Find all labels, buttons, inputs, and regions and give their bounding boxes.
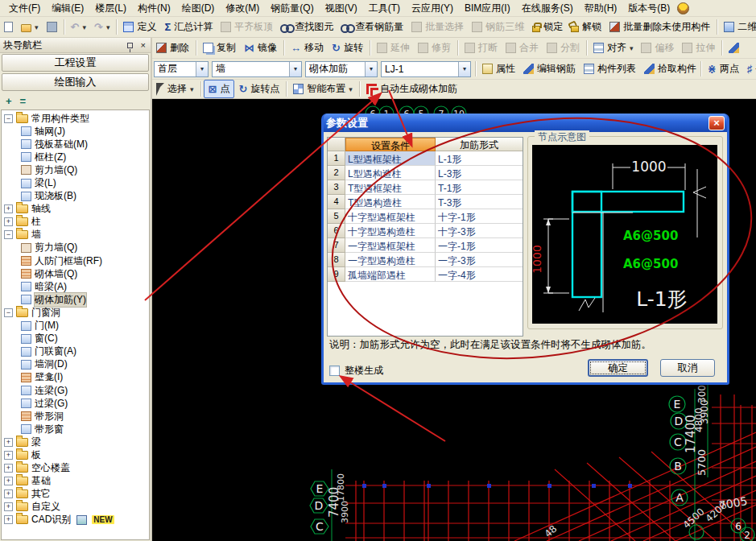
whole-building-checkbox[interactable] (329, 365, 340, 376)
chevron-down-icon[interactable]: ▾ (196, 62, 208, 76)
move-button[interactable]: ↔移动 (287, 39, 328, 56)
pin-icon[interactable] (127, 43, 133, 48)
menu-file[interactable]: 文件(F) (3, 0, 46, 17)
tree-item-door[interactable]: 门(M) (2, 320, 149, 332)
expand-icon[interactable] (4, 515, 13, 524)
table-row[interactable]: 4T型遇构造柱T-3形 (328, 195, 523, 209)
tree-folder-common[interactable]: 常用构件类型 (2, 112, 149, 125)
cancel-button[interactable]: 取消 (660, 359, 715, 377)
offset-button[interactable]: 偏移 (637, 39, 678, 56)
tree-folder-openings[interactable]: 门窗洞 (2, 306, 149, 319)
align-slab-top-button[interactable]: 平齐板顶 (217, 19, 277, 35)
rotate-point-button[interactable]: ↻旋转点 (234, 81, 283, 97)
expand-all-icon[interactable]: + (6, 95, 12, 107)
mirror-button[interactable]: ⋈镜像 (240, 39, 281, 56)
smart-layout-button[interactable]: 智能布置▾ (289, 81, 357, 97)
redo-button[interactable]: ↷▾ (90, 20, 114, 34)
expand-icon[interactable] (4, 451, 13, 460)
tree-item-window[interactable]: 窗(C) (2, 332, 149, 345)
view-2d-button[interactable]: 二维 (720, 19, 756, 35)
point-tool-button[interactable]: ⊠点 (204, 80, 235, 98)
open-button[interactable]: ▾ (17, 21, 43, 34)
draw-input-button[interactable]: 绘图输入 (2, 73, 149, 91)
align-button[interactable]: 对齐▾ (589, 39, 638, 56)
expand-icon[interactable] (4, 489, 13, 498)
rebar-3d-button[interactable]: 钢筋三维 (468, 19, 528, 35)
tree-item-hidden-beam[interactable]: 暗梁(A) (2, 280, 149, 293)
trim-button[interactable]: 修剪 (414, 39, 455, 56)
tree-item-raft[interactable]: 筏板基础(M) (2, 138, 149, 151)
tree-item-niche[interactable]: 壁龛(I) (2, 371, 149, 384)
chevron-down-icon[interactable]: ▾ (289, 62, 301, 76)
expand-icon[interactable] (4, 204, 13, 213)
component-name-select[interactable]: LJ-1▾ (381, 61, 471, 77)
component-list-button[interactable]: 构件列表 (580, 60, 640, 77)
tree-item-grid[interactable]: 轴网(J) (2, 125, 149, 138)
expand-icon[interactable] (4, 464, 13, 473)
tree-folder-cad-recognition[interactable]: CAD识别NEW (2, 514, 149, 527)
tree-folder-beam[interactable]: 梁 (2, 436, 149, 448)
tree-item-masonry-rebar[interactable]: 砌体加筋(Y) (2, 293, 149, 306)
menu-modify[interactable]: 修改(M) (220, 0, 265, 17)
edit-rebar-button[interactable]: 编辑钢筋 (519, 60, 580, 77)
define-button[interactable]: 定义 (119, 19, 160, 35)
tree-item-civil-defense-wall[interactable]: 人防门框墙(RF) (2, 254, 149, 267)
floor-select[interactable]: 首层▾ (154, 61, 209, 77)
tree-folder-axis[interactable]: 轴线 (2, 203, 149, 216)
parallel-button[interactable]: ♯平行 (743, 60, 756, 77)
tree-item-door-window[interactable]: 门联窗(A) (2, 345, 149, 358)
tree-folder-slab[interactable]: 板 (2, 448, 149, 461)
extend-button[interactable]: 延伸 (373, 39, 414, 56)
tree-item-shear-wall-2[interactable]: 剪力墙(Q) (2, 242, 149, 254)
table-row[interactable]: 5十字型遇框架柱十字-1形 (328, 209, 523, 224)
tree-folder-hollow-floor[interactable]: 空心楼盖 (2, 462, 149, 475)
tree-folder-foundation[interactable]: 基础 (2, 475, 149, 488)
tree-folder-wall[interactable]: 墙 (2, 229, 149, 242)
category-select[interactable]: 墙▾ (212, 61, 302, 77)
auto-generate-masonry-rebar-button[interactable]: 自动生成砌体加筋 (362, 81, 461, 97)
stretch-button[interactable]: 拉伸 (678, 39, 719, 56)
two-point-button[interactable]: ⋇两点 (704, 60, 743, 77)
chevron-down-icon[interactable]: ▾ (365, 62, 377, 76)
rotate-button[interactable]: ↻旋转 (328, 39, 367, 56)
collapse-icon[interactable] (4, 308, 13, 317)
collapse-icon[interactable] (4, 230, 13, 239)
menu-bim[interactable]: BIM应用(I) (459, 0, 516, 17)
unlock-button[interactable]: 解锁 (567, 19, 605, 35)
delete-button[interactable]: 删除 (152, 39, 193, 56)
lock-button[interactable]: 锁定 (528, 19, 567, 35)
menu-view[interactable]: 视图(V) (320, 0, 363, 17)
table-row[interactable]: 6十字型遇构造柱十字-3形 (328, 224, 523, 238)
table-row[interactable]: 7一字型遇框架柱一字-1形 (328, 238, 523, 253)
split-button[interactable]: 分割 (543, 39, 584, 56)
tree-folder-column[interactable]: 柱 (2, 216, 149, 229)
menu-help[interactable]: 帮助(H) (579, 0, 623, 17)
type-select[interactable]: 砌体加筋▾ (305, 61, 378, 77)
table-row[interactable]: 2L型遇构造柱L-3形 (328, 166, 523, 180)
tree-item-masonry-wall[interactable]: 砌体墙(Q) (2, 267, 149, 280)
table-row[interactable]: 9孤墙端部遇柱一字-4形 (328, 267, 523, 282)
tree-item-coupling-beam[interactable]: 连梁(G) (2, 384, 149, 397)
select-tool-button[interactable]: 选择▾ (152, 81, 198, 97)
dialog-close-button[interactable]: × (708, 116, 725, 130)
panel-close-icon[interactable]: × (139, 41, 147, 50)
tree-item-slab[interactable]: 现浇板(B) (2, 190, 149, 203)
find-element-button[interactable]: 查找图元 (277, 19, 337, 35)
partial-button[interactable] (725, 41, 743, 55)
tree-folder-custom[interactable]: 自定义 (2, 501, 149, 514)
menu-online[interactable]: 在线服务(S) (516, 0, 579, 17)
properties-button[interactable]: 属性 (478, 60, 519, 77)
menu-tools[interactable]: 工具(T) (363, 0, 406, 17)
expand-icon[interactable] (4, 477, 13, 485)
break-button[interactable]: 打断 (461, 39, 502, 56)
batch-select-button[interactable]: 批量选择 (407, 19, 468, 35)
table-row[interactable]: 3T型遇框架柱T-1形 (328, 180, 523, 195)
tree-item-wall-hole[interactable]: 墙洞(D) (2, 358, 149, 371)
table-row[interactable]: 1L型遇框架柱L-1形 (328, 151, 523, 166)
ok-button[interactable]: 确定 (588, 359, 648, 377)
batch-delete-unused-button[interactable]: 批量删除未使用构件 (605, 19, 714, 35)
project-settings-button[interactable]: 工程设置 (2, 54, 149, 72)
merge-button[interactable]: 合并 (502, 39, 543, 56)
tree-item-shear-wall[interactable]: 剪力墙(Q) (2, 163, 149, 176)
menu-edit[interactable]: 编辑(E) (46, 0, 89, 17)
